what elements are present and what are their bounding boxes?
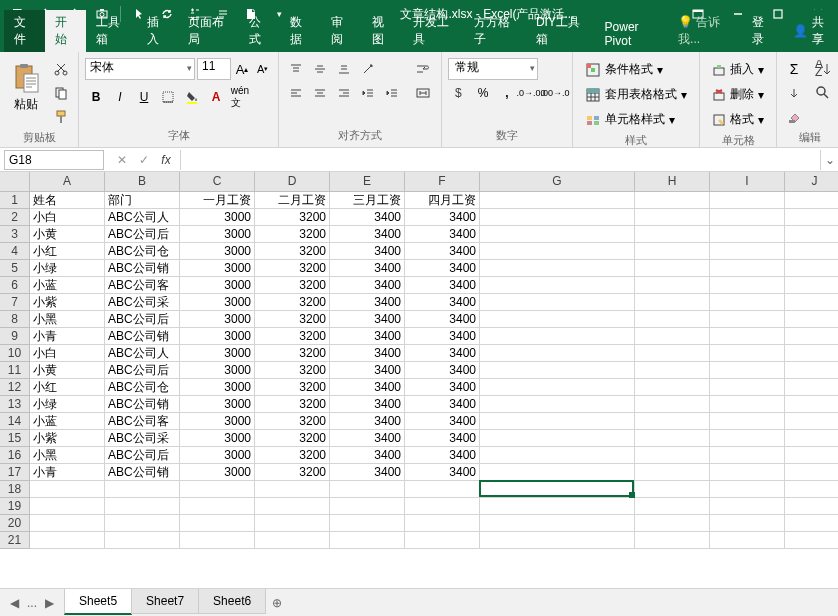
align-center-button[interactable] [309,82,331,104]
cell[interactable]: 3000 [180,294,255,311]
cell[interactable]: 小红 [30,243,105,260]
row-header[interactable]: 20 [0,515,30,532]
cell[interactable] [785,532,838,549]
cell[interactable] [635,413,710,430]
row-header[interactable]: 3 [0,226,30,243]
cell[interactable]: 3200 [255,311,330,328]
cell[interactable] [480,396,635,413]
cell[interactable] [785,447,838,464]
cell[interactable]: ABC公司销 [105,464,180,481]
row-header[interactable]: 18 [0,481,30,498]
column-header[interactable]: E [330,172,405,192]
sheet-more-icon[interactable]: ... [25,596,39,610]
column-header[interactable]: D [255,172,330,192]
cell[interactable]: ABC公司客 [105,277,180,294]
tab-layout[interactable]: 页面布局 [178,10,240,52]
clear-button[interactable] [783,106,805,128]
cell[interactable] [785,260,838,277]
cell[interactable] [330,481,405,498]
row-header[interactable]: 17 [0,464,30,481]
cell[interactable]: 3000 [180,396,255,413]
sheet-first-icon[interactable]: ◀ [8,596,21,610]
cell[interactable] [785,209,838,226]
cell[interactable]: 3400 [405,311,480,328]
row-header[interactable]: 21 [0,532,30,549]
cell[interactable] [785,345,838,362]
cell[interactable] [710,447,785,464]
cell[interactable] [480,311,635,328]
cell[interactable] [785,277,838,294]
cell[interactable] [255,481,330,498]
select-all-corner[interactable] [0,172,30,192]
cell[interactable] [635,277,710,294]
cell[interactable]: 小青 [30,464,105,481]
row-header[interactable]: 4 [0,243,30,260]
cell[interactable] [480,481,635,498]
tab-insert[interactable]: 插入 [137,10,178,52]
cell[interactable]: 3400 [405,345,480,362]
cell[interactable] [635,328,710,345]
increase-indent-button[interactable] [381,82,403,104]
sheet-last-icon[interactable]: ▶ [43,596,56,610]
row-header[interactable]: 12 [0,379,30,396]
cell[interactable]: ABC公司采 [105,294,180,311]
cell[interactable]: 3200 [255,209,330,226]
row-header[interactable]: 1 [0,192,30,209]
row-header[interactable]: 10 [0,345,30,362]
cell[interactable] [635,260,710,277]
cell[interactable] [635,379,710,396]
column-header[interactable]: B [105,172,180,192]
cell[interactable]: 3400 [405,328,480,345]
cell[interactable] [480,243,635,260]
cell[interactable] [710,277,785,294]
cell[interactable]: ABC公司人 [105,345,180,362]
column-header[interactable]: G [480,172,635,192]
cell[interactable]: 3400 [330,311,405,328]
cell[interactable]: 小青 [30,328,105,345]
cell[interactable] [180,498,255,515]
cell[interactable] [480,498,635,515]
row-header[interactable]: 16 [0,447,30,464]
cell[interactable] [785,192,838,209]
cell[interactable]: 小白 [30,345,105,362]
delete-cells-button[interactable]: 删除 ▾ [706,83,770,106]
cell[interactable]: 3400 [330,345,405,362]
cell[interactable] [180,515,255,532]
cell[interactable]: 3200 [255,379,330,396]
cell[interactable] [785,226,838,243]
cell[interactable] [785,294,838,311]
cell[interactable] [785,362,838,379]
align-bottom-button[interactable] [333,58,355,80]
cell[interactable] [405,532,480,549]
cell[interactable] [480,413,635,430]
cell[interactable] [710,498,785,515]
format-painter-button[interactable] [50,106,72,128]
cell[interactable]: 3000 [180,311,255,328]
cell[interactable]: 小白 [30,209,105,226]
cell[interactable] [105,481,180,498]
format-cells-button[interactable]: 格式 ▾ [706,108,770,131]
cell[interactable] [635,362,710,379]
decrease-indent-button[interactable] [357,82,379,104]
cell[interactable] [635,311,710,328]
cell[interactable] [710,328,785,345]
accounting-format-button[interactable]: $ [448,82,470,104]
border-button[interactable] [157,86,179,108]
cell[interactable]: 3400 [330,396,405,413]
expand-formula-bar-icon[interactable]: ⌄ [820,150,838,170]
cell[interactable]: ABC公司后 [105,311,180,328]
fill-button[interactable] [783,82,805,104]
cell[interactable]: ABC公司采 [105,430,180,447]
row-header[interactable]: 5 [0,260,30,277]
cell[interactable]: ABC公司客 [105,413,180,430]
cell[interactable] [710,345,785,362]
cell[interactable]: 3200 [255,226,330,243]
cell[interactable]: ABC公司仓 [105,379,180,396]
cell[interactable]: 3400 [330,464,405,481]
cell[interactable] [785,515,838,532]
cell[interactable] [710,515,785,532]
cell[interactable] [405,481,480,498]
cell[interactable]: 3400 [330,260,405,277]
cell[interactable] [710,464,785,481]
cell[interactable] [710,362,785,379]
